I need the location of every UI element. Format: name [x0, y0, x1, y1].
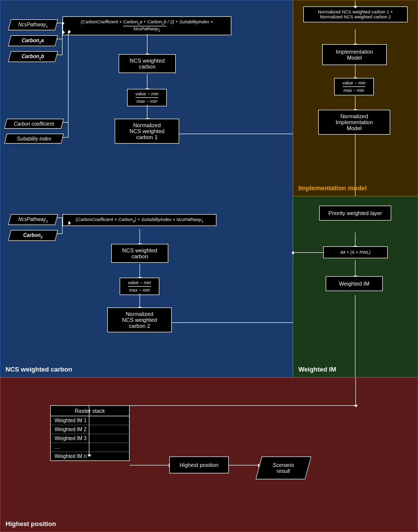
ncs-panel-label: NCS weighted carbon: [5, 366, 72, 373]
top-section: NcsPathway1 Carbon1a Carbon1b (CarbonCoe…: [0, 0, 418, 378]
carbon1a-box: Carbon1a: [8, 35, 58, 46]
arrow-priority-to-formula: [355, 232, 355, 246]
arrow-impl-to-frac: [355, 64, 355, 78]
ncs-weighted-carbon-1-box: NCS weightedcarbon: [119, 54, 176, 73]
arrow-ncs2-to-frac2: [139, 264, 140, 278]
arrow-frac2-to-norm2: [139, 294, 140, 307]
arrow-suit-right: [63, 137, 69, 138]
frac2-denominator: max − min: [129, 287, 150, 293]
suitability-box: Suitability index: [4, 134, 64, 144]
impl-model-label: ImplementationModel: [336, 49, 373, 61]
impl-model-box: ImplementationModel: [322, 44, 387, 65]
priority-layer-box: Priority weighted layer: [319, 206, 391, 221]
arrow-vert-bottom-inputs: [62, 218, 63, 234]
carbon2-box: Carbon2: [8, 230, 58, 241]
formula-top-text: (CarbonCoefficient × Carbon1a + Carbon1b…: [81, 19, 213, 31]
raster-item-1: Weighted IM 1: [51, 416, 129, 425]
highest-pos-box: Highest position: [169, 456, 229, 473]
bottom-panel-label: Highest position: [5, 520, 56, 528]
arrow-formula-to-weighted: [355, 260, 355, 276]
ncs-pathway1-box: NcsPathway1: [8, 19, 58, 30]
carbon-coeff-label: Carbon coefficient: [14, 121, 54, 127]
right-panel: Normalized NCS weighted carbon 1 +Normal…: [293, 0, 418, 378]
ncs-pathway1-label: NcsPathway1: [18, 22, 48, 28]
impl-panel: Normalized NCS weighted carbon 1 +Normal…: [293, 0, 418, 196]
impl-panel-label: Implementation model: [298, 184, 367, 192]
raster-item-2: Weighted IM 2: [51, 425, 129, 434]
arrow-vert-coeff: [68, 31, 69, 137]
arrow-vert-connect-top: [62, 23, 63, 55]
priority-layer-label: Priority weighted layer: [328, 210, 382, 216]
arrow-left-into-formula: [293, 252, 323, 253]
im-formula-label: IM + (5 × PWL): [340, 250, 370, 255]
impl-sum-label: Normalized NCS weighted carbon 1 +Normal…: [318, 9, 393, 19]
weighted-panel: Priority weighted layer IM + (5 × PWL) W…: [293, 196, 418, 378]
raster-item-dots: ....: [51, 443, 129, 452]
weighted-im-box: Weighted IM: [326, 276, 383, 291]
formula-top-box: (CarbonCoefficient × Carbon1a + Carbon1b…: [63, 16, 231, 35]
arrow-coeff-to-formula-bottom: [68, 223, 69, 223]
frac2-numerator: value − min: [128, 280, 151, 287]
weighted-im-label: Weighted IM: [339, 281, 370, 287]
arrow-from-weighted-panel: [355, 378, 356, 405]
norm-ncs-2-box: NormalizedNCS weightedcarbon 2: [107, 307, 172, 332]
carbon1a-label: Carbon1a: [22, 38, 44, 44]
norm-ncs-1-box: NormalizedNCS weightedcarbon 1: [115, 119, 179, 144]
arrow-raster-to-highest: [130, 465, 169, 465]
formula-bottom-text: (CarbonCoefficient × Carbon2) + Suitabil…: [76, 217, 204, 222]
arrow-formula2-to-ncs2: [139, 229, 140, 244]
impl-fraction-box: value − min max − min: [334, 78, 374, 95]
formula-bottom-box: (CarbonCoefficient × Carbon2) + Suitabil…: [63, 214, 216, 226]
scenario-box: Scenarioresult: [256, 456, 311, 479]
arrow-coeff-to-formula-top: [68, 31, 69, 32]
suitability-label: Suitability index: [17, 136, 51, 142]
frac1-numerator: value − min: [136, 91, 158, 98]
weighted-panel-label: Weighted IM: [298, 366, 336, 373]
norm-ncs-1-label: NormalizedNCS weightedcarbon 1: [130, 122, 164, 140]
arrow-norm1-to-impl: [179, 134, 293, 134]
ncs-pathway2-label: NcsPathway2: [18, 217, 48, 223]
arrow-vert-to-raster: [89, 405, 89, 455]
arrow-highest-to-scenario: [229, 465, 259, 465]
arrow-ncs1-to-frac1: [147, 74, 147, 89]
arrow-norm2-to-impl: [172, 322, 293, 323]
carbon-coeff-box: Carbon coefficient: [4, 119, 64, 129]
carbon1b-label: Carbon1b: [22, 54, 44, 60]
impl-sum-box: Normalized NCS weighted carbon 1 +Normal…: [303, 6, 408, 22]
arrow-formula-to-ncs1: [147, 34, 147, 54]
impl-frac-num: value − min: [343, 80, 365, 87]
impl-fraction: value − min max − min: [343, 80, 365, 93]
im-formula-box: IM + (5 × PWL): [323, 246, 388, 258]
highest-pos-label: Highest position: [180, 462, 218, 468]
arrow-frac-to-norm-impl: [355, 96, 355, 110]
frac1-denominator: max − min: [137, 98, 157, 104]
fraction2: value − min max − min: [128, 280, 151, 293]
ncs-weighted-carbon-2-label: NCS weightedcarbon: [122, 247, 157, 259]
fraction1: value − min max − min: [136, 91, 158, 104]
norm-impl-box: NormalizedImplementationModel: [318, 110, 390, 135]
scenario-label: Scenarioresult: [273, 462, 294, 474]
raster-header-label: Raster stack: [74, 408, 105, 414]
carbon2-label: Carbon2: [23, 232, 43, 239]
main-container: NcsPathway1 Carbon1a Carbon1b (CarbonCoe…: [0, 0, 418, 532]
impl-frac-den: max − min: [344, 87, 364, 93]
fraction2-box: value − min max − min: [120, 278, 159, 295]
arrow-sum-to-impl: [355, 29, 355, 44]
raster-stack-box: Raster stack Weighted IM 1 Weighted IM 2…: [50, 405, 130, 461]
arrow-weighted-to-bottom: [355, 295, 355, 378]
ncs-weighted-carbon-2-box: NCS weightedcarbon: [111, 244, 168, 263]
arrow-horiz-from-weighted: [89, 405, 355, 406]
ncs-panel: NcsPathway1 Carbon1a Carbon1b (CarbonCoe…: [0, 0, 293, 378]
carbon1b-box: Carbon1b: [8, 51, 58, 62]
fraction1-box: value − min max − min: [127, 89, 167, 106]
arrow-frac1-to-norm1: [147, 105, 147, 119]
ncs-pathway2-box: NcsPathway2: [8, 214, 58, 225]
arrow-into-sum: [355, 0, 355, 6]
bottom-section: Raster stack Weighted IM 1 Weighted IM 2…: [0, 378, 418, 532]
raster-item-3: Weighted IM 3: [51, 434, 129, 443]
ncs-weighted-carbon-1-label: NCS weightedcarbon: [130, 58, 164, 70]
norm-impl-label: NormalizedImplementationModel: [336, 113, 373, 131]
raster-header: Raster stack: [51, 406, 129, 416]
arrow-connect-to-formula: [62, 32, 63, 32]
norm-ncs-2-label: NormalizedNCS weightedcarbon 2: [122, 311, 157, 329]
